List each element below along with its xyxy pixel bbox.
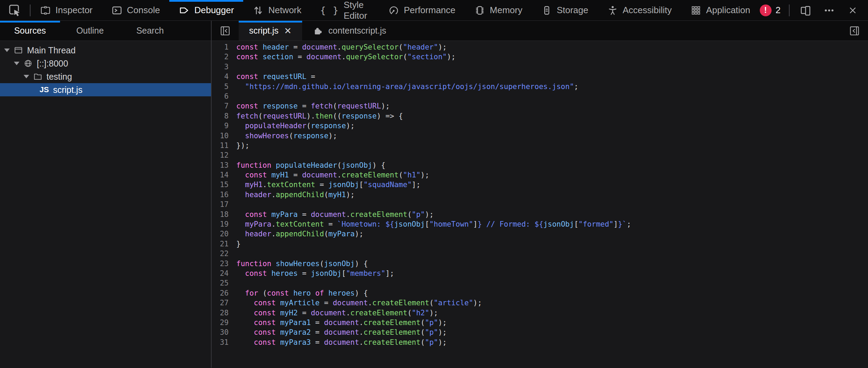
tree-item-main-thread[interactable]: Main Thread	[0, 44, 211, 57]
code-text[interactable]: "https://mdn.github.io/learning-area/jav…	[232, 82, 578, 91]
code-line[interactable]: 2const section = document.querySelector(…	[212, 52, 868, 62]
tab-memory[interactable]: Memory	[465, 0, 532, 20]
error-badge-icon[interactable]: !	[760, 5, 772, 16]
line-number[interactable]: 10	[212, 131, 232, 141]
expand-arrow-icon[interactable]	[24, 75, 29, 78]
code-line[interactable]: 23function showHeroes(jsonObj) {	[212, 259, 868, 269]
close-tab-icon[interactable]: ✕	[284, 26, 292, 35]
tab-application[interactable]: Application	[681, 0, 759, 20]
code-line[interactable]: 17	[212, 200, 868, 209]
editor-tab-contentscript-js[interactable]: contentscript.js	[302, 21, 397, 41]
line-number[interactable]: 7	[212, 101, 232, 111]
line-number[interactable]: 17	[212, 200, 232, 209]
code-line[interactable]: 25	[212, 278, 868, 288]
code-text[interactable]: populateHeader(response);	[232, 121, 355, 131]
editor-tab-script-js[interactable]: script.js ✕	[239, 21, 302, 41]
line-number[interactable]: 20	[212, 229, 232, 239]
code-text[interactable]	[232, 150, 236, 160]
code-line[interactable]: 30 const myPara2 = document.createElemen…	[212, 327, 868, 337]
code-text[interactable]: const section = document.querySelector("…	[232, 52, 456, 62]
code-text[interactable]: const header = document.querySelector("h…	[232, 42, 447, 52]
code-text[interactable]: const heroes = jsonObj["members"];	[232, 269, 394, 278]
code-line[interactable]: 28 const myH2 = document.createElement("…	[212, 308, 868, 318]
line-number[interactable]: 6	[212, 91, 232, 101]
node-picker-button[interactable]	[0, 0, 30, 20]
code-line[interactable]: 8fetch(requestURL).then((response) => {	[212, 111, 868, 121]
line-number[interactable]: 29	[212, 318, 232, 327]
line-number[interactable]: 31	[212, 338, 232, 347]
line-number[interactable]: 4	[212, 72, 232, 81]
code-text[interactable]: const myH2 = document.createElement("h2"…	[232, 308, 438, 318]
code-text[interactable]	[232, 62, 236, 72]
code-text[interactable]: header.appendChild(myH1);	[232, 190, 355, 200]
code-text[interactable]: fetch(requestURL).then((response) => {	[232, 111, 403, 121]
meatball-menu-button[interactable]	[822, 3, 837, 18]
code-line[interactable]: 4const requestURL =	[212, 72, 868, 81]
tab-outline[interactable]: Outline	[60, 21, 120, 41]
code-line[interactable]: 3	[212, 62, 868, 72]
line-number[interactable]: 16	[212, 190, 232, 200]
tab-search[interactable]: Search	[120, 21, 180, 41]
code-text[interactable]: showHeroes(response);	[232, 131, 337, 141]
code-text[interactable]: const response = fetch(requestURL);	[232, 101, 390, 111]
code-text[interactable]	[232, 200, 236, 209]
tree-item-testing-folder[interactable]: testing	[0, 70, 211, 83]
line-number[interactable]: 13	[212, 160, 232, 170]
code-text[interactable]: }	[232, 239, 241, 249]
code-line[interactable]: 14 const myH1 = document.createElement("…	[212, 170, 868, 180]
code-line[interactable]: 26 for (const hero of heroes) {	[212, 288, 868, 298]
code-text[interactable]: header.appendChild(myPara);	[232, 229, 364, 239]
tab-inspector[interactable]: Inspector	[31, 0, 102, 20]
code-text[interactable]: const myPara3 = document.createElement("…	[232, 338, 447, 347]
line-number[interactable]: 28	[212, 308, 232, 318]
code-line[interactable]: 18 const myPara = document.createElement…	[212, 210, 868, 219]
code-pane[interactable]: 1const header = document.querySelector("…	[212, 41, 868, 347]
tab-console[interactable]: Console	[102, 0, 169, 20]
tab-storage[interactable]: Storage	[532, 0, 598, 20]
line-number[interactable]: 11	[212, 141, 232, 150]
tab-debugger[interactable]: Debugger	[169, 0, 243, 20]
line-number[interactable]: 12	[212, 150, 232, 160]
code-text[interactable]: const myPara1 = document.createElement("…	[232, 318, 447, 327]
code-text[interactable]: const myPara2 = document.createElement("…	[232, 327, 447, 337]
code-line[interactable]: 13function populateHeader(jsonObj) {	[212, 160, 868, 170]
line-number[interactable]: 2	[212, 52, 232, 62]
code-text[interactable]: function showHeroes(jsonObj) {	[232, 259, 368, 269]
code-text[interactable]: for (const hero of heroes) {	[232, 288, 368, 298]
tab-sources[interactable]: Sources	[0, 21, 60, 41]
code-line[interactable]: 21}	[212, 239, 868, 249]
line-number[interactable]: 30	[212, 327, 232, 337]
code-line[interactable]: 27 const myArticle = document.createElem…	[212, 298, 868, 308]
line-number[interactable]: 9	[212, 121, 232, 131]
code-text[interactable]: });	[232, 141, 249, 150]
code-line[interactable]: 19 myPara.textContent = `Hometown: ${jso…	[212, 219, 868, 229]
line-number[interactable]: 24	[212, 269, 232, 278]
code-line[interactable]: 6	[212, 91, 868, 101]
responsive-design-mode-button[interactable]	[798, 3, 813, 18]
line-number[interactable]: 8	[212, 111, 232, 121]
line-number[interactable]: 22	[212, 249, 232, 259]
code-line[interactable]: 31 const myPara3 = document.createElemen…	[212, 338, 868, 347]
code-text[interactable]: myPara.textContent = `Hometown: ${jsonOb…	[232, 219, 631, 229]
line-number[interactable]: 23	[212, 259, 232, 269]
code-line[interactable]: 10 showHeroes(response);	[212, 131, 868, 141]
code-text[interactable]: myH1.textContent = jsonObj["squadName"];	[232, 180, 420, 190]
expand-arrow-icon[interactable]	[4, 49, 10, 52]
tab-performance[interactable]: Performance	[379, 0, 465, 20]
code-text[interactable]: function populateHeader(jsonObj) {	[232, 160, 385, 170]
code-line[interactable]: 16 header.appendChild(myH1);	[212, 190, 868, 200]
code-line[interactable]: 5 "https://mdn.github.io/learning-area/j…	[212, 82, 868, 91]
line-number[interactable]: 19	[212, 219, 232, 229]
code-line[interactable]: 20 header.appendChild(myPara);	[212, 229, 868, 239]
line-number[interactable]: 14	[212, 170, 232, 180]
code-text[interactable]: const myH1 = document.createElement("h1"…	[232, 170, 429, 180]
code-text[interactable]	[232, 278, 236, 288]
code-text[interactable]: const myArticle = document.createElement…	[232, 298, 482, 308]
close-devtools-button[interactable]	[845, 3, 860, 18]
code-text[interactable]	[232, 249, 236, 259]
code-line[interactable]: 1const header = document.querySelector("…	[212, 42, 868, 52]
code-line[interactable]: 15 myH1.textContent = jsonObj["squadName…	[212, 180, 868, 190]
expand-right-panel-button[interactable]	[841, 21, 868, 41]
line-number[interactable]: 27	[212, 298, 232, 308]
code-line[interactable]: 22	[212, 249, 868, 259]
